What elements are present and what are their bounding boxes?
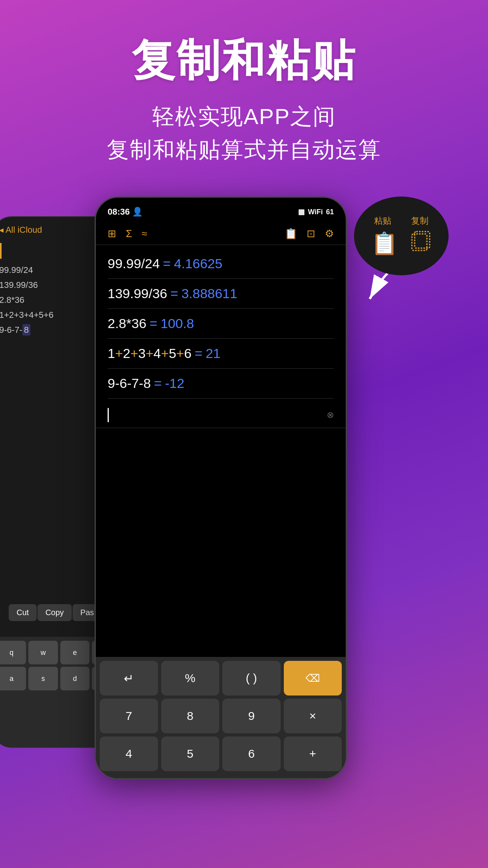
battery-level: 61 <box>326 208 334 216</box>
toolbar-right: 📋 ⊡ ⚙ <box>285 228 334 240</box>
calc-equals-4: = <box>195 346 203 361</box>
calc-row-5: 9-6-7-8 = -12 <box>108 369 334 399</box>
settings-icon[interactable]: ⚙ <box>325 228 334 240</box>
calc-display: 99.99/24 = 4.16625 139.99/36 = 3.888611 … <box>96 245 346 402</box>
arrow-pointer <box>360 269 395 306</box>
paste-icon: 📋 <box>371 231 398 256</box>
key-parens[interactable]: ( ) <box>222 661 281 696</box>
calc-display-area: 99.99/24 = 4.16625 139.99/36 = 3.888611 … <box>96 245 346 657</box>
calc-input-row[interactable]: ⊗ <box>96 402 346 428</box>
copy-button[interactable]: Copy <box>37 604 72 621</box>
calc-expr-3: 2.8*36 <box>108 316 146 331</box>
key-9[interactable]: 9 <box>222 699 281 733</box>
copy-icon <box>410 230 432 257</box>
key-percent[interactable]: % <box>161 661 220 696</box>
calc-expr-1: 99.99/24 <box>108 256 160 271</box>
key-backspace[interactable]: ⌫ <box>284 661 342 696</box>
copy-label: 复制 <box>411 215 428 227</box>
calc-result-2: 3.888611 <box>181 286 237 301</box>
calc-row-1: 99.99/24 = 4.16625 <box>108 249 334 279</box>
signal-icon: WiFi <box>308 208 323 216</box>
bg-cursor-line <box>0 243 2 259</box>
key-6[interactable]: 6 <box>222 736 281 771</box>
key-4[interactable]: 4 <box>100 736 158 771</box>
key-row-3: 4 5 6 + <box>100 736 342 771</box>
calc-expr-2: 139.99/36 <box>108 286 167 301</box>
input-clear-icon[interactable]: ⊗ <box>327 410 334 420</box>
status-bar: 08:36 👤 ▦ WiFi 61 <box>96 198 346 223</box>
calc-result-5: -12 <box>165 376 184 391</box>
paste-copy-bubble: 粘贴 复制 📋 <box>354 197 449 275</box>
bg-key-s[interactable]: s <box>28 667 58 690</box>
key-enter[interactable]: ↵ <box>100 661 158 696</box>
battery-indicator: 61 <box>326 208 334 216</box>
paste-label: 粘贴 <box>374 215 391 227</box>
calc-equals-1: = <box>163 256 171 271</box>
dynamic-island <box>193 203 248 217</box>
key-5[interactable]: 5 <box>161 736 220 771</box>
calc-equals-3: = <box>149 316 157 331</box>
input-cursor <box>108 408 109 422</box>
calc-row-2: 139.99/36 = 3.888611 <box>108 279 334 309</box>
key-row-1: ↵ % ( ) ⌫ <box>100 661 342 696</box>
key-7[interactable]: 7 <box>100 699 158 733</box>
app-toolbar: ⊞ Σ ≈ 📋 ⊡ ⚙ <box>96 223 346 245</box>
calc-result-4: 21 <box>206 346 221 361</box>
calc-equals-5: = <box>154 376 162 391</box>
calc-expr-5: 9-6-7-8 <box>108 376 151 391</box>
bg-context-menu: Cut Copy Pas... <box>9 604 108 621</box>
bg-nav-back: ◂ All iCloud <box>0 225 42 235</box>
calc-row-4: 1+2+3+4+5+6 = 21 <box>108 339 334 369</box>
bg-key-d[interactable]: d <box>60 667 89 690</box>
copy2-icon[interactable]: ⊡ <box>307 228 315 240</box>
header-section: 复制和粘贴 轻松实现APP之间 复制和粘贴算式并自动运算 <box>0 0 488 177</box>
status-icons: ▦ WiFi 61 <box>298 208 334 216</box>
key-multiply[interactable]: × <box>284 699 342 733</box>
calc-equals-2: = <box>170 286 178 301</box>
key-plus[interactable]: + <box>284 736 342 771</box>
key-8[interactable]: 8 <box>161 699 220 733</box>
calc-row-3: 2.8*36 = 100.8 <box>108 309 334 339</box>
cut-button[interactable]: Cut <box>9 604 37 621</box>
key-row-2: 7 8 9 × <box>100 699 342 733</box>
phone-scene: 粘贴 复制 📋 ◂ A <box>0 185 488 783</box>
calc-expr-4: 1+2+3+4+5+6 <box>108 346 192 361</box>
bg-key-w[interactable]: w <box>28 641 58 664</box>
bubble-icons: 📋 <box>371 230 432 257</box>
clipboard-icon[interactable]: 📋 <box>285 228 297 240</box>
toolbar-left: ⊞ Σ ≈ <box>108 228 147 240</box>
bg-key-e[interactable]: e <box>60 641 89 664</box>
bubble-labels: 粘贴 复制 <box>374 215 428 227</box>
approx-icon[interactable]: ≈ <box>142 228 147 240</box>
main-title: 复制和粘贴 <box>0 32 488 90</box>
main-phone: 08:36 👤 ▦ WiFi 61 ⊞ Σ ≈ 📋 <box>95 197 347 779</box>
status-time: 08:36 👤 <box>108 207 143 217</box>
subtitle-line2: 复制和粘贴算式并自动运算 <box>0 135 488 165</box>
subtitle-line1: 轻松实现APP之间 <box>0 102 488 132</box>
sigma-icon[interactable]: Σ <box>126 228 132 240</box>
wifi-icon: ▦ <box>298 208 305 216</box>
bg-key-a[interactable]: a <box>0 667 26 690</box>
calc-result-1: 4.16625 <box>174 256 222 271</box>
bg-key-q[interactable]: q <box>0 641 26 664</box>
formula-icon[interactable]: ⊞ <box>108 228 116 240</box>
keyboard-section: ↵ % ( ) ⌫ 7 8 9 × 4 5 6 + <box>96 657 346 778</box>
calc-result-3: 100.8 <box>160 316 194 331</box>
